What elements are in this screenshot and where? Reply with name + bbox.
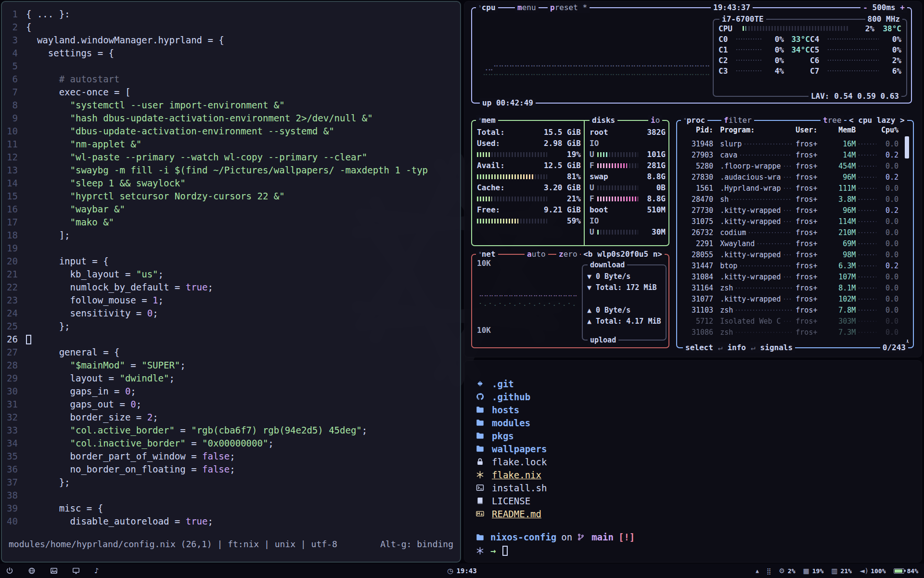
music-icon[interactable]: ♪	[94, 566, 99, 575]
memory-module[interactable]: ▦19%	[803, 567, 824, 575]
update-interval-control[interactable]: - 500ms +	[860, 2, 907, 13]
line-number: 33	[2, 424, 26, 437]
code-text: "nm-applet &"	[26, 139, 141, 149]
code-area[interactable]: 1{ ... }:2{3 wayland.windowManager.hyprl…	[2, 2, 460, 528]
process-user: fros+	[796, 273, 823, 281]
code-line: 20 input = {	[2, 255, 460, 268]
file-listing: .git.githubhostsmodulespkgswallpapersfla…	[476, 377, 547, 520]
process-row[interactable]: 28470shfros+3.8M0.0	[682, 194, 898, 205]
process-name: .kitty-wrapped	[713, 273, 796, 281]
leader-dots	[784, 210, 792, 211]
process-row[interactable]: 31084.kitty-wrappedfros+107M0.0	[682, 271, 898, 282]
process-row[interactable]: 31075.kitty-wrappedfros+114M0.0	[682, 216, 898, 227]
tray-grip-icon[interactable]: ⣿	[767, 567, 771, 575]
file-row: flake.nix	[476, 468, 547, 481]
cpu-module[interactable]: ⚙2%	[779, 567, 795, 575]
filter-button[interactable]: filter	[721, 115, 754, 126]
prompt-input-line[interactable]: →	[476, 544, 635, 557]
menu-button[interactable]: menu	[515, 2, 539, 13]
mem-label: Free:	[477, 205, 500, 214]
core-percent: 0%	[765, 56, 784, 65]
line-number: 12	[2, 151, 26, 164]
process-row[interactable]: 27830.audacious-wrafros+96M0.2	[682, 171, 898, 183]
net-zero-button[interactable]: zero	[556, 249, 580, 260]
process-cpu: 0.0	[879, 184, 898, 193]
line-number: 17	[2, 216, 26, 229]
file-name: README.md	[492, 509, 541, 519]
tree-button[interactable]: tree	[821, 115, 844, 126]
code-line: 40 disable_autoreload = true;	[2, 515, 460, 528]
disk-io-label: IO	[590, 138, 666, 149]
process-row[interactable]: 31103zshfros+7.8M0.0	[682, 304, 898, 315]
process-row[interactable]: 31948slurpfros+16M0.0	[682, 138, 898, 149]
disk-bar-value: 101G	[642, 150, 666, 159]
volume-module[interactable]: ◄100%	[860, 567, 886, 575]
upload-speed: ▲ 0 Byte/s	[587, 305, 661, 316]
code-token: gaps_in =	[26, 386, 125, 396]
file-row: modules	[476, 416, 547, 429]
code-token: };	[26, 477, 70, 487]
code-token: ;	[230, 464, 235, 474]
proc-footer-action[interactable]: signals	[760, 342, 793, 353]
code-text: "waybar &"	[26, 204, 125, 214]
process-row[interactable]: 31086zshfros+7.3M0.0	[682, 327, 898, 338]
proc-scrollbar-thumb[interactable]	[905, 136, 909, 158]
disk-bar	[597, 185, 638, 190]
process-row[interactable]: 2291Xwaylandfros+69M0.0	[682, 238, 898, 249]
process-table-header: Pid: Program: User: MemB Cpu%	[682, 126, 898, 134]
net-scale-top: 10K	[477, 259, 491, 268]
preset-button[interactable]: preset *	[548, 2, 590, 13]
net-interface-switcher[interactable]: <b wlp0s20f0u5 n>	[581, 249, 665, 260]
clock-module[interactable]: ◷ 19:43	[447, 567, 476, 575]
process-row[interactable]: 31447btopfros+6.3M0.2	[682, 260, 898, 271]
process-row[interactable]: 5712Isolated Web Cfros+303M0.0	[682, 315, 898, 327]
disks-io-toggle[interactable]: io	[648, 115, 662, 126]
code-token: ;	[169, 373, 174, 383]
code-token: kb_layout =	[26, 269, 136, 279]
net-auto-button[interactable]: auto	[525, 249, 548, 260]
mem-percent: 19%	[567, 150, 581, 159]
process-row[interactable]: 26732codiumfros+210M0.0	[682, 227, 898, 238]
disk-size: 510M	[647, 205, 666, 214]
core-percent: 0%	[765, 35, 784, 44]
process-name: .kitty-wrapped	[713, 206, 796, 215]
display-icon[interactable]	[72, 567, 80, 575]
code-line: 7 exec-once = [	[2, 86, 460, 99]
process-row[interactable]: 27903cavafros+14M0.2	[682, 149, 898, 160]
process-pid: 27730	[682, 206, 713, 215]
process-row[interactable]: 31077.kitty-wrappedfros+102M0.0	[682, 293, 898, 304]
line-number: 30	[2, 385, 26, 398]
browser-icon[interactable]	[28, 567, 36, 575]
file-name: pkgs	[492, 431, 514, 441]
proc-footer-action[interactable]: info	[727, 342, 746, 353]
line-number: 6	[2, 73, 26, 86]
code-token: { ... }:	[26, 9, 70, 19]
process-row[interactable]: 5280.floorp-wrappefros+454M0.0	[682, 160, 898, 171]
line-number: 1	[2, 8, 26, 21]
code-text: kb_layout = "us";	[26, 269, 164, 279]
code-text: border_part_of_window = false;	[26, 451, 235, 461]
code-token	[26, 438, 70, 448]
code-text: "$mainMod" = "SUPER";	[26, 360, 186, 370]
process-row[interactable]: 1561.Hyprland-wrapfros+111M0.0	[682, 183, 898, 194]
bar-right-modules: ▲ ⣿ ⚙2%▦19%▥21%◄100%84%	[756, 567, 918, 575]
code-line: 18 ];	[2, 229, 460, 242]
battery-module[interactable]: 84%	[894, 567, 918, 575]
file-name: LICENSE	[492, 496, 530, 506]
line-number: 2	[2, 21, 26, 34]
proc-footer-action[interactable]: select	[685, 342, 713, 353]
mem-value: 9.21 GiB	[544, 205, 581, 214]
tray-expand-button[interactable]: ▲	[756, 568, 759, 574]
gallery-icon[interactable]	[50, 567, 58, 575]
power-icon[interactable]	[6, 567, 13, 575]
code-token: ;	[153, 308, 158, 318]
sort-selector[interactable]: < cpu lazy >	[847, 115, 907, 126]
process-row[interactable]: 31164zshfros+8.1M0.0	[682, 282, 898, 293]
line-number: 31	[2, 398, 26, 411]
process-row[interactable]: 28055.kitty-wrappedfros+98M0.0	[682, 249, 898, 260]
code-token: ;	[208, 516, 213, 526]
process-name-text: .Hyprland-wrap	[720, 184, 781, 193]
process-row[interactable]: 27730.kitty-wrappedfros+96M0.2	[682, 205, 898, 216]
disk-module[interactable]: ▥21%	[831, 567, 852, 575]
process-user: fros+	[796, 151, 823, 159]
